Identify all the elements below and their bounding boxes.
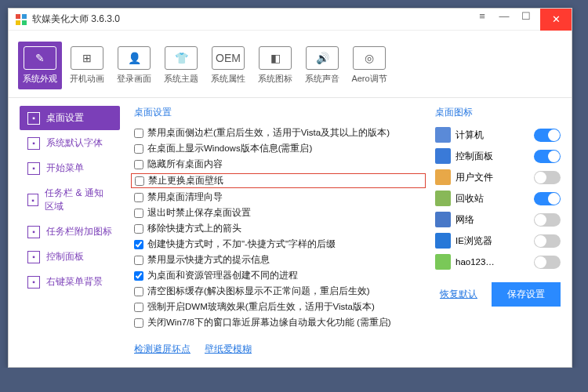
toolbar-icon: 👤 (118, 46, 151, 70)
checkbox-label: 禁用桌面清理向导 (147, 191, 223, 203)
maximize-button[interactable]: ☐ (515, 9, 537, 24)
checkbox-input[interactable] (134, 287, 143, 296)
sidebar-icon: ▪ (27, 112, 40, 125)
toolbar-icon: ◧ (259, 46, 292, 70)
toggle-switch[interactable] (534, 171, 561, 184)
checkbox-input[interactable] (134, 318, 143, 328)
sidebar-item[interactable]: ▪系统默认字体 (20, 131, 120, 155)
sidebar-item[interactable]: ▪开始菜单 (20, 156, 120, 180)
checkbox-row[interactable]: 关闭Win7/8下的窗口靠近屏幕边缘自动最大化功能 (需重启) (134, 317, 423, 328)
sidebar-label: 系统默认字体 (46, 136, 103, 150)
section-title-right: 桌面图标 (435, 106, 561, 119)
save-button[interactable]: 保存设置 (492, 282, 561, 307)
checkbox-input[interactable] (134, 160, 143, 169)
sidebar-item[interactable]: ▪桌面设置 (20, 106, 120, 130)
checkbox-label: 关闭Win7/8下的窗口靠近屏幕边缘自动最大化功能 (需重启) (147, 317, 391, 328)
toolbar-item[interactable]: ◧系统图标 (253, 42, 297, 89)
toggle-switch[interactable] (534, 234, 561, 248)
checkbox-row[interactable]: 退出时禁止保存桌面设置 (134, 207, 423, 219)
checkbox-input[interactable] (134, 224, 143, 234)
desktop-icon-label: 控制面板 (456, 151, 529, 162)
desktop-icon-label: 回收站 (456, 193, 529, 205)
window-title: 软媒美化大师 3.6.3.0 (32, 13, 471, 26)
desktop-icon (435, 254, 451, 270)
checkbox-row[interactable]: 移除快捷方式上的箭头 (134, 223, 423, 234)
toolbar-item[interactable]: ✎系统外观 (18, 42, 62, 89)
toolbar-label: 登录画面 (117, 73, 151, 85)
minimize-button[interactable]: — (493, 9, 515, 24)
sidebar-item[interactable]: ▪控制面板 (20, 245, 120, 269)
toolbar-item[interactable]: 🔊系统声音 (300, 42, 344, 89)
checkbox-row[interactable]: 禁用桌面清理向导 (134, 191, 423, 203)
titlebar: 软媒美化大师 3.6.3.0 ≡ — ☐ ✕ (9, 9, 572, 31)
app-window: 软媒美化大师 3.6.3.0 ≡ — ☐ ✕ ✎系统外观⊞开机动画👤登录画面👕系… (8, 8, 572, 368)
desktop-icon (435, 191, 451, 206)
checkbox-input[interactable] (134, 303, 143, 312)
toggle-switch[interactable] (534, 129, 561, 142)
checkbox-input[interactable] (134, 129, 143, 138)
toolbar-item[interactable]: ◎Aero调节 (347, 42, 391, 89)
toolbar-label: 系统外观 (23, 73, 57, 85)
toolbar-item[interactable]: ⊞开机动画 (65, 42, 109, 89)
settings-icon[interactable]: ≡ (471, 9, 493, 24)
toolbar-label: 系统声音 (305, 73, 339, 85)
sidebar-icon: ▪ (27, 162, 40, 175)
checkbox-input[interactable] (134, 271, 143, 281)
toolbar-icon: ◎ (353, 46, 386, 70)
toolbar-item[interactable]: 👕系统主题 (159, 42, 203, 89)
checkbox-row[interactable]: 隐藏所有桌面内容 (134, 158, 423, 170)
sidebar-item[interactable]: ▪任务栏 & 通知区域 (20, 181, 120, 219)
checkbox-row[interactable]: 创建快捷方式时，不加"-快捷方式"字样的后缀 (134, 238, 423, 250)
desktop-icon (435, 127, 451, 143)
toolbar-item[interactable]: OEM系统属性 (206, 42, 250, 89)
checkbox-row[interactable]: 在桌面上显示Windows版本信息(需重启) (134, 143, 423, 154)
toolbar-item[interactable]: 👤登录画面 (112, 42, 156, 89)
toggle-switch[interactable] (534, 150, 561, 163)
sidebar-label: 控制面板 (46, 250, 84, 263)
sidebar-item[interactable]: ▪右键菜单背景 (20, 270, 120, 294)
desktop-icon (435, 148, 451, 164)
checkbox-input[interactable] (135, 176, 144, 186)
desktop-icon-list: 计算机控制面板用户文件回收站网络IE浏览器hao123… (435, 127, 561, 270)
desktop-icon (435, 212, 451, 227)
toolbar-icon: ✎ (24, 46, 56, 70)
checkbox-row[interactable]: 清空图标缓存(解决图标显示不正常问题，重启后生效) (134, 285, 423, 297)
sidebar: ▪桌面设置▪系统默认字体▪开始菜单▪任务栏 & 通知区域▪任务栏附加图标▪控制面… (20, 106, 120, 356)
desktop-icon-label: 网络 (456, 214, 529, 226)
checkbox-input[interactable] (134, 256, 143, 265)
link-check-pixels[interactable]: 检测避屏坏点 (134, 343, 191, 356)
checkbox-input[interactable] (134, 240, 143, 249)
desktop-icon (435, 233, 451, 249)
checkbox-label: 在桌面上显示Windows版本信息(需重启) (147, 143, 312, 154)
checkbox-input[interactable] (134, 144, 143, 154)
checkbox-input[interactable] (134, 209, 143, 218)
toolbar-label: 系统主题 (164, 73, 198, 85)
link-wallpaper-blur[interactable]: 壁纸爱模糊 (205, 343, 252, 356)
desktop-icon-label: hao123… (456, 257, 529, 267)
toggle-switch[interactable] (534, 192, 561, 205)
sidebar-label: 右键菜单背景 (46, 275, 103, 289)
checkbox-row[interactable]: 为桌面和资源管理器创建不同的进程 (134, 270, 423, 281)
sidebar-item[interactable]: ▪任务栏附加图标 (20, 220, 120, 244)
checkbox-row[interactable]: 强制开启DWM玻璃效果(重启后生效，适用于Vista版本) (134, 301, 423, 313)
toggle-switch[interactable] (534, 213, 561, 227)
toolbar-icon: 🔊 (306, 46, 339, 70)
toolbar-label: Aero调节 (351, 73, 387, 85)
checkbox-row[interactable]: 禁用显示快捷方式的提示信息 (134, 254, 423, 266)
checkbox-label: 清空图标缓存(解决图标显示不正常问题，重启后生效) (147, 285, 370, 297)
checkbox-row[interactable]: 禁止更换桌面壁纸 (131, 173, 426, 188)
toolbar-label: 系统属性 (211, 73, 245, 85)
toggle-switch[interactable] (534, 256, 561, 269)
svg-rect-3 (22, 20, 27, 25)
desktop-icon-label: 用户文件 (456, 172, 529, 183)
checkbox-label: 禁用桌面侧边栏(重启后生效，适用于Vista及其以上的版本) (147, 127, 390, 139)
close-button[interactable]: ✕ (540, 9, 572, 31)
restore-defaults-link[interactable]: 恢复默认 (440, 288, 477, 301)
sidebar-label: 开始菜单 (46, 162, 84, 175)
checkbox-input[interactable] (134, 193, 143, 202)
sidebar-label: 任务栏 & 通知区域 (45, 187, 112, 213)
checkbox-row[interactable]: 禁用桌面侧边栏(重启后生效，适用于Vista及其以上的版本) (134, 127, 423, 139)
desktop-icon-label: 计算机 (456, 129, 529, 141)
section-title-left: 桌面设置 (134, 106, 423, 119)
desktop-icon-label: IE浏览器 (456, 235, 529, 247)
